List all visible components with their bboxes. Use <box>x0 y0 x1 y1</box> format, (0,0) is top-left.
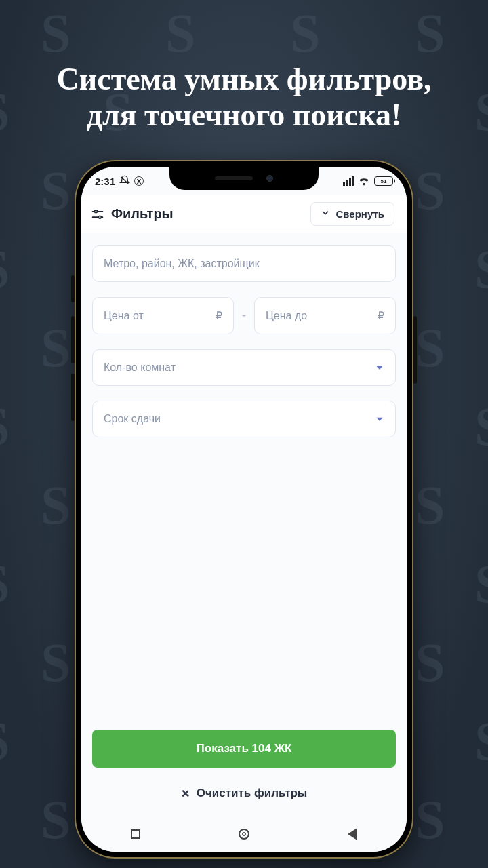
price-range-row: ₽ - ₽ <box>92 297 396 334</box>
nav-home-icon[interactable] <box>239 829 249 840</box>
show-results-button[interactable]: Показать 104 ЖК <box>92 730 396 768</box>
collapse-button[interactable]: Свернуть <box>310 202 394 226</box>
status-time: 2:31 <box>95 176 115 187</box>
filters-header: Фильтры Свернуть <box>81 195 407 233</box>
clear-filters-button[interactable]: ✕ Очистить фильтры <box>92 777 396 810</box>
deadline-label: Срок сдачи <box>104 413 161 425</box>
battery-icon: 51 <box>374 176 393 186</box>
wifi-icon <box>358 176 370 186</box>
nav-back-icon[interactable] <box>348 828 357 840</box>
clear-label: Очистить фильтры <box>197 787 308 800</box>
svg-point-1 <box>95 210 98 212</box>
sliders-icon <box>91 208 104 221</box>
svg-point-3 <box>98 216 101 218</box>
price-from-input[interactable] <box>104 310 216 322</box>
ruble-icon: ₽ <box>378 309 384 322</box>
chevron-down-icon <box>321 208 330 220</box>
deadline-select[interactable]: Срок сдачи <box>92 401 396 437</box>
android-nav-bar <box>81 816 407 852</box>
price-to-field[interactable]: ₽ <box>254 297 396 334</box>
status-extra-icon: x <box>134 176 144 186</box>
phone-frame: 2:31 x 51 Фильтры <box>75 160 413 859</box>
mute-icon <box>119 175 130 188</box>
phone-notch <box>169 167 319 190</box>
caret-down-icon <box>375 363 384 372</box>
collapse-label: Свернуть <box>336 208 384 220</box>
signal-icon <box>343 176 354 186</box>
search-field[interactable] <box>92 245 396 282</box>
ruble-icon: ₽ <box>216 309 222 322</box>
caret-down-icon <box>375 414 384 424</box>
close-icon: ✕ <box>181 787 190 800</box>
price-from-field[interactable]: ₽ <box>92 297 234 334</box>
svg-marker-5 <box>376 418 382 421</box>
nav-recent-icon[interactable] <box>131 829 140 839</box>
phone-screen: 2:31 x 51 Фильтры <box>81 167 407 852</box>
rooms-select[interactable]: Кол-во комнат <box>92 349 396 386</box>
price-to-input[interactable] <box>266 310 378 322</box>
rooms-label: Кол-во комнат <box>104 361 176 374</box>
range-separator: - <box>242 309 246 323</box>
filters-title: Фильтры <box>111 206 174 222</box>
svg-marker-4 <box>376 366 382 370</box>
search-input[interactable] <box>104 258 384 270</box>
filters-footer: Показать 104 ЖК ✕ Очистить фильтры <box>81 720 407 816</box>
filters-content: ₽ - ₽ Кол-во комнат Срок сдачи <box>81 233 407 720</box>
promo-headline: Система умных фильтров, для точечного по… <box>0 61 488 134</box>
